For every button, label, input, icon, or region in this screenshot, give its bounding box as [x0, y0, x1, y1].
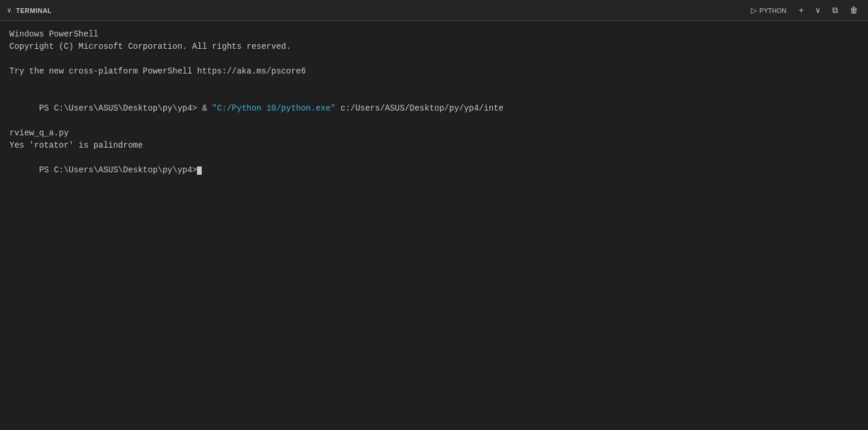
dropdown-button[interactable]: ∨	[813, 4, 823, 16]
command-line-2: rview_q_a.py	[9, 127, 859, 139]
python-shell-button[interactable]: ▷ PYTHON	[747, 5, 790, 16]
new-terminal-button[interactable]: +	[796, 5, 806, 16]
terminal-body[interactable]: Windows PowerShell Copyright (C) Microso…	[0, 21, 868, 430]
output-line-4: Try the new cross-platform PowerShell ht…	[9, 65, 859, 78]
python-exe-path: "C:/Python 10/python.exe"	[212, 104, 335, 113]
output-line-2: Copyright (C) Microsoft Corporation. All…	[9, 41, 859, 53]
split-terminal-button[interactable]: ⧉	[829, 5, 841, 16]
header-right: ▷ PYTHON + ∨ ⧉ 🗑	[747, 4, 861, 16]
blank-line-1	[9, 53, 859, 65]
prompt-text-2: PS C:\Users\ASUS\Desktop\py\yp4>	[39, 165, 197, 175]
prompt-prefix-1: PS C:\Users\ASUS\Desktop\py\yp4> &	[39, 104, 212, 113]
play-terminal-icon: ▷	[751, 6, 757, 15]
output-palindrome: Yes 'rotator' is palindrome	[9, 139, 859, 152]
terminal-header: ∨ TERMINAL ▷ PYTHON + ∨ ⧉ 🗑	[0, 0, 868, 21]
output-line-1: Windows PowerShell	[9, 28, 859, 41]
command-line-1: PS C:\Users\ASUS\Desktop\py\yp4> & "C:/P…	[9, 90, 859, 127]
python-label: PYTHON	[759, 7, 786, 14]
header-left: ∨ TERMINAL	[7, 6, 52, 15]
collapse-chevron-icon[interactable]: ∨	[7, 6, 11, 15]
blank-line-2	[9, 78, 859, 90]
close-terminal-button[interactable]: 🗑	[847, 5, 861, 16]
prompt-line-2: PS C:\Users\ASUS\Desktop\py\yp4>	[9, 152, 859, 189]
script-path-1: c:/Users/ASUS/Desktop/py/yp4/inte	[336, 104, 504, 113]
cursor	[197, 166, 202, 175]
terminal-title: TERMINAL	[16, 7, 52, 14]
terminal-container: ∨ TERMINAL ▷ PYTHON + ∨ ⧉ 🗑 Windows Powe…	[0, 0, 868, 430]
